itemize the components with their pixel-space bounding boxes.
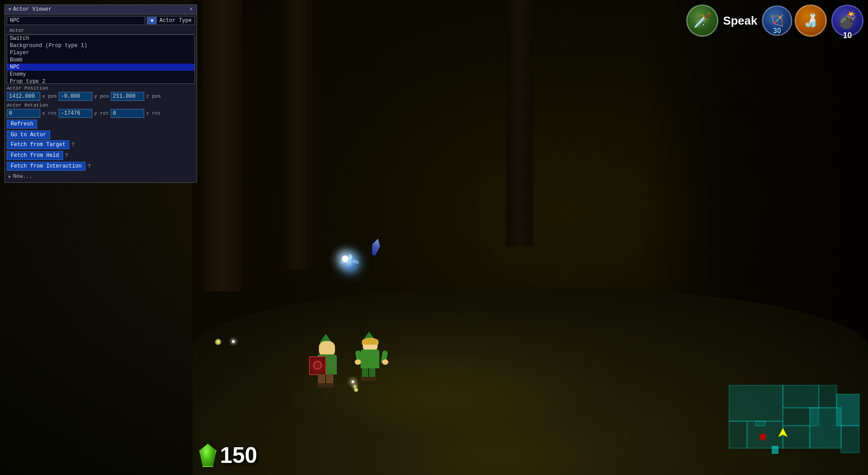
actor-type-label: Actor Type bbox=[157, 17, 194, 25]
fetch-target-button[interactable]: Fetch from Target bbox=[7, 140, 69, 149]
refresh-button[interactable]: Refresh bbox=[7, 120, 37, 129]
svg-rect-2 bbox=[783, 385, 819, 408]
particle-1 bbox=[232, 340, 235, 343]
fetch-held-button[interactable]: Fetch from Held bbox=[7, 151, 63, 160]
svg-rect-1 bbox=[729, 385, 783, 421]
go-to-actor-button[interactable]: Go to Actor bbox=[7, 130, 50, 139]
svg-rect-9 bbox=[819, 385, 837, 408]
list-item-bomb[interactable]: Bomb bbox=[7, 56, 194, 64]
new-label: New... bbox=[13, 173, 32, 180]
actor-rotation-label: Actor Rotation bbox=[7, 103, 195, 108]
particle-2 bbox=[354, 385, 356, 388]
y-pos-label: y pos bbox=[94, 94, 109, 99]
link-character bbox=[314, 334, 343, 388]
actor-viewer-panel: ▼ Actor Viewer × NPC ▼ Actor Type Actor … bbox=[4, 4, 197, 183]
ground-dot-2 bbox=[354, 388, 358, 392]
x-rot-label: x rot bbox=[42, 111, 57, 116]
position-input-row: x pos y pos z pos bbox=[7, 92, 195, 101]
list-item-prop2[interactable]: Prop type 2 bbox=[7, 78, 194, 84]
x-pos-input[interactable] bbox=[7, 92, 40, 101]
npc-character bbox=[358, 332, 385, 381]
new-item[interactable]: ▶ New... bbox=[7, 173, 195, 181]
go-to-actor-container: Go to Actor bbox=[7, 130, 195, 140]
fetch-held-question: ? bbox=[65, 153, 68, 159]
tree-3 bbox=[506, 0, 533, 246]
y-rot-label: y rot bbox=[94, 111, 109, 116]
panel-title: ▼ Actor Viewer bbox=[9, 6, 52, 13]
x-pos-label: x pos bbox=[42, 94, 57, 99]
actor-type-container: ▼ Actor Type bbox=[147, 16, 195, 25]
title-triangle: ▼ bbox=[9, 7, 11, 12]
actor-col-header: Actor bbox=[7, 27, 195, 35]
svg-rect-8 bbox=[756, 421, 765, 426]
list-item-background[interactable]: Background (Prop type 1) bbox=[7, 42, 194, 49]
fetch-target-question: ? bbox=[71, 142, 74, 148]
panel-titlebar[interactable]: ▼ Actor Viewer × bbox=[5, 5, 197, 14]
svg-point-13 bbox=[759, 433, 766, 440]
list-item-switch[interactable]: Switch bbox=[7, 35, 194, 42]
minimap-svg bbox=[702, 358, 864, 471]
ground-dot-3 bbox=[352, 380, 354, 383]
z-pos-label: z pos bbox=[146, 94, 161, 99]
fetch-interaction-button[interactable]: Fetch from Interaction bbox=[7, 162, 86, 171]
npc-dropdown-value: NPC bbox=[7, 17, 145, 25]
rotation-input-row: x rot y rot z rot bbox=[7, 109, 195, 118]
actor-list[interactable]: Switch Background (Prop type 1) Player B… bbox=[7, 35, 195, 84]
game-scene: 🗡️ Speak 🏹 30 🍶 💣 10 150 bbox=[193, 0, 868, 475]
y-pos-input[interactable] bbox=[59, 92, 92, 101]
list-item-enemy[interactable]: Enemy bbox=[7, 71, 194, 78]
fetch-interaction-question: ? bbox=[87, 164, 90, 170]
svg-rect-5 bbox=[729, 421, 747, 448]
svg-rect-14 bbox=[772, 446, 778, 454]
panel-body: NPC ▼ Actor Type Actor Switch Background… bbox=[5, 14, 197, 182]
z-pos-input[interactable] bbox=[111, 92, 144, 101]
actor-position-label: Actor Position bbox=[7, 86, 195, 91]
minimap bbox=[702, 358, 864, 471]
fetch-held-row: Fetch from Held ? bbox=[7, 151, 195, 161]
x-rot-input[interactable] bbox=[7, 109, 40, 118]
svg-rect-11 bbox=[841, 426, 859, 453]
ground-dot-1 bbox=[215, 339, 221, 345]
fairy-glow bbox=[342, 255, 348, 262]
new-triangle: ▶ bbox=[9, 174, 11, 179]
z-rot-label: z rot bbox=[146, 111, 161, 116]
crystal-shard bbox=[372, 238, 380, 255]
fetch-target-row: Fetch from Target ? bbox=[7, 140, 195, 150]
z-rot-input[interactable] bbox=[111, 109, 144, 118]
tree-1 bbox=[202, 0, 242, 291]
dropdown-row: NPC ▼ Actor Type bbox=[7, 16, 195, 25]
panel-close-button[interactable]: × bbox=[189, 6, 193, 13]
npc-dropdown-container: NPC bbox=[7, 16, 145, 25]
list-item-player[interactable]: Player bbox=[7, 49, 194, 56]
fetch-interaction-row: Fetch from Interaction ? bbox=[7, 162, 195, 172]
list-item-npc[interactable]: NPC bbox=[7, 64, 194, 71]
actor-col-label: Actor bbox=[9, 28, 24, 33]
ground-patch-2 bbox=[237, 305, 640, 430]
y-rot-input[interactable] bbox=[59, 109, 92, 118]
svg-rect-10 bbox=[837, 394, 859, 426]
tree-2 bbox=[282, 0, 314, 269]
refresh-btn-container: Refresh bbox=[7, 120, 195, 130]
panel-title-text: Actor Viewer bbox=[13, 6, 52, 13]
actor-type-arrow-btn[interactable]: ▼ bbox=[147, 17, 157, 24]
